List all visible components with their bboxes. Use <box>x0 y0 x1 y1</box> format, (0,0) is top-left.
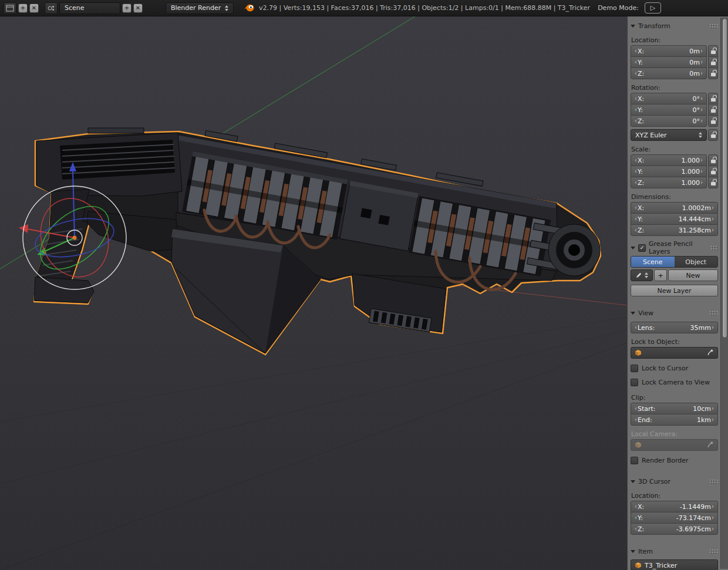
decrement-icon[interactable] <box>633 158 636 162</box>
clip-start-field[interactable]: Start: 10cm <box>631 403 718 414</box>
eyedropper-icon[interactable] <box>707 349 714 356</box>
panel-header-view[interactable]: View <box>631 307 718 319</box>
tab-object[interactable]: Object <box>675 257 718 267</box>
panel-header-grease-pencil[interactable]: ✓ Grease Pencil Layers <box>631 242 718 254</box>
lock-rotation-y-button[interactable] <box>708 104 718 116</box>
decrement-icon[interactable] <box>633 505 636 508</box>
decrement-icon[interactable] <box>633 119 636 123</box>
decrement-icon[interactable] <box>633 97 636 100</box>
lock-location-z-button[interactable] <box>708 68 718 79</box>
drag-dots-icon[interactable] <box>709 23 718 29</box>
drag-dots-icon[interactable] <box>709 311 718 316</box>
decrement-icon[interactable] <box>633 49 636 53</box>
editor-type-button[interactable] <box>4 2 16 14</box>
increment-icon[interactable] <box>701 181 705 184</box>
decrement-icon[interactable] <box>633 170 636 173</box>
play-demo-button[interactable]: ▷ <box>645 2 661 14</box>
add-grease-pencil-button[interactable]: + <box>654 269 667 281</box>
render-engine-dropdown[interactable]: Blender Render <box>166 2 234 14</box>
panel-header-item[interactable]: Item <box>631 545 718 557</box>
increment-icon[interactable] <box>701 72 705 75</box>
decrement-icon[interactable] <box>633 60 636 64</box>
scene-name-field[interactable]: Scene <box>59 2 120 14</box>
lock-camera-to-view-checkbox[interactable] <box>631 379 638 386</box>
render-border-checkbox[interactable] <box>631 457 638 464</box>
lock-scale-z-button[interactable] <box>708 177 718 188</box>
decrement-icon[interactable] <box>633 181 636 184</box>
scrollbar-thumb[interactable] <box>722 18 727 338</box>
add-layout-button[interactable]: + <box>18 4 28 13</box>
decrement-icon[interactable] <box>633 206 636 210</box>
scale-x-field[interactable]: X: 1.000 <box>631 154 707 166</box>
increment-icon[interactable] <box>712 505 716 508</box>
decrement-icon[interactable] <box>633 326 636 329</box>
rotation-z-field[interactable]: Z: 0° <box>631 115 707 127</box>
dimensions-z-field[interactable]: Z: 31.258cm <box>631 224 718 236</box>
tab-scene[interactable]: Scene <box>631 257 675 267</box>
grease-pencil-datablock-selector[interactable] <box>631 269 653 281</box>
increment-icon[interactable] <box>712 418 716 421</box>
drag-dots-icon[interactable] <box>709 549 718 554</box>
cursor-x-field[interactable]: X: -1.1449m <box>631 501 718 512</box>
increment-icon[interactable] <box>712 228 716 232</box>
lens-field[interactable]: Lens: 35mm <box>631 322 718 333</box>
new-layer-button[interactable]: New Layer <box>631 285 718 296</box>
lock-rotation-mode-button[interactable] <box>708 129 718 141</box>
increment-icon[interactable] <box>701 158 705 162</box>
cursor-z-field[interactable]: Z: -3.6975cm <box>631 523 718 535</box>
add-scene-button[interactable]: + <box>122 4 132 13</box>
location-x-field[interactable]: X: 0m <box>631 45 707 57</box>
panel-header-transform[interactable]: Transform <box>631 20 718 32</box>
3d-viewport[interactable] <box>0 16 627 570</box>
decrement-icon[interactable] <box>633 407 636 410</box>
lock-to-object-picker[interactable] <box>631 347 718 359</box>
increment-icon[interactable] <box>712 516 716 520</box>
rotation-x-field[interactable]: X: 0° <box>631 93 707 104</box>
lock-to-cursor-checkbox[interactable] <box>631 365 638 372</box>
panel-scrollbar[interactable] <box>720 18 728 569</box>
lock-location-x-button[interactable] <box>708 45 718 57</box>
cursor-y-field[interactable]: Y: -73.174cm <box>631 512 718 524</box>
location-z-field[interactable]: Z: 0m <box>631 68 707 79</box>
increment-icon[interactable] <box>701 49 705 53</box>
gun-model[interactable] <box>34 128 601 355</box>
new-grease-pencil-button[interactable]: New <box>668 269 718 281</box>
object-name-field[interactable]: T3_Tricker <box>631 559 718 570</box>
increment-icon[interactable] <box>701 60 705 64</box>
panel-header-3d-cursor[interactable]: 3D Cursor <box>631 475 718 487</box>
rotation-y-field[interactable]: Y: 0° <box>631 104 707 116</box>
decrement-icon[interactable] <box>633 516 636 520</box>
decrement-icon[interactable] <box>633 108 636 112</box>
lock-rotation-x-button[interactable] <box>708 93 718 104</box>
decrement-icon[interactable] <box>633 418 636 421</box>
increment-icon[interactable] <box>712 206 716 210</box>
drag-dots-icon[interactable] <box>709 479 718 484</box>
rotation-mode-dropdown[interactable]: XYZ Euler <box>631 129 707 141</box>
decrement-icon[interactable] <box>633 527 636 531</box>
scale-z-field[interactable]: Z: 1.000 <box>631 177 707 188</box>
grease-pencil-checkbox[interactable]: ✓ <box>638 244 646 252</box>
delete-scene-button[interactable]: ✕ <box>133 4 143 13</box>
scale-y-field[interactable]: Y: 1.000 <box>631 166 707 177</box>
lock-location-y-button[interactable] <box>708 56 718 68</box>
increment-icon[interactable] <box>712 407 716 410</box>
location-y-field[interactable]: Y: 0m <box>631 56 707 68</box>
dimensions-x-field[interactable]: X: 1.0002m <box>631 202 718 214</box>
delete-layout-button[interactable]: ✕ <box>29 4 39 13</box>
increment-icon[interactable] <box>701 119 705 123</box>
dimensions-y-field[interactable]: Y: 14.444cm <box>631 213 718 225</box>
decrement-icon[interactable] <box>633 228 636 232</box>
decrement-icon[interactable] <box>633 217 636 221</box>
clip-end-field[interactable]: End: 1km <box>631 414 718 426</box>
lock-scale-x-button[interactable] <box>708 154 718 166</box>
eyedropper-icon[interactable] <box>707 441 714 448</box>
increment-icon[interactable] <box>701 170 705 173</box>
decrement-icon[interactable] <box>633 72 636 75</box>
drag-dots-icon[interactable] <box>710 245 718 251</box>
local-camera-picker[interactable] <box>631 439 718 451</box>
lock-scale-y-button[interactable] <box>708 166 718 177</box>
increment-icon[interactable] <box>701 108 705 112</box>
increment-icon[interactable] <box>712 326 716 329</box>
scene-selector-button[interactable] <box>45 2 58 14</box>
increment-icon[interactable] <box>701 97 705 100</box>
